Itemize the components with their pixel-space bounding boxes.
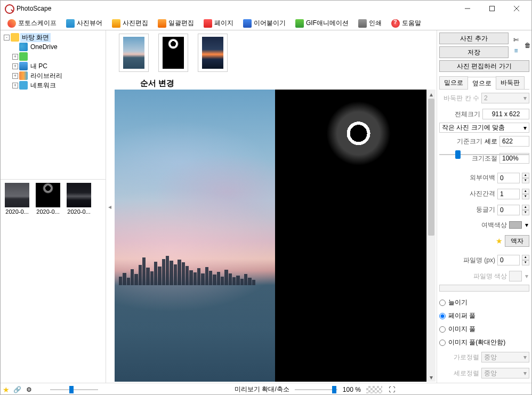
- ic-print-icon: [358, 19, 367, 28]
- add-photo-button[interactable]: 사진 추가: [439, 33, 509, 44]
- image-order-strip[interactable]: [114, 30, 437, 78]
- gap-label: 사진간격: [439, 189, 495, 198]
- radio-stretch[interactable]: 늘이기: [439, 298, 529, 307]
- thumbnail-image: [5, 183, 29, 207]
- thumbnail-label: 2020-0...: [4, 208, 30, 215]
- fit-mode-select[interactable]: 작은 사진 크기에 맞춤▾: [439, 123, 529, 133]
- splitter-handle[interactable]: ◂: [106, 30, 114, 383]
- toolbar-ic-combine[interactable]: 이어붙이기: [238, 17, 291, 30]
- filename-input[interactable]: 0: [497, 255, 520, 265]
- base-size-input[interactable]: 622: [499, 136, 529, 147]
- fit-screen-icon[interactable]: ⛶: [388, 385, 396, 394]
- radio-image-full[interactable]: 이미지 풀: [439, 325, 529, 334]
- favorite-icon[interactable]: ★: [3, 385, 10, 394]
- trash-icon[interactable]: 🗑: [523, 41, 532, 50]
- round-input[interactable]: 0: [497, 205, 520, 215]
- close-button[interactable]: [509, 3, 524, 14]
- ic-page-icon: [204, 19, 212, 28]
- folder-tree[interactable]: -바탕 화면OneDrive++내 PC+라이브러리+네트워크: [1, 30, 106, 180]
- t-user-icon: [19, 52, 28, 61]
- list-mode-icon[interactable]: ≡: [512, 46, 520, 55]
- expand-icon[interactable]: -: [4, 35, 10, 41]
- ic-gif-icon: [295, 19, 304, 28]
- tree-label: 네트워크: [29, 81, 58, 90]
- svg-rect-1: [490, 6, 495, 11]
- strip-thumb[interactable]: [158, 34, 188, 72]
- t-net-icon: [19, 81, 28, 90]
- tree-item[interactable]: +라이브러리: [2, 71, 104, 80]
- vertical-scrollbar[interactable]: ▴ ▾: [426, 90, 436, 382]
- left-slider[interactable]: [50, 385, 98, 394]
- expand-icon[interactable]: +: [12, 83, 18, 88]
- strip-thumb[interactable]: [198, 34, 228, 72]
- gap-spinner[interactable]: ▴▾: [522, 189, 529, 199]
- gap-input[interactable]: 1: [497, 189, 520, 199]
- star-icon[interactable]: ★: [496, 237, 503, 245]
- save-button[interactable]: 저장: [439, 46, 509, 58]
- tree-item[interactable]: +내 PC: [2, 61, 104, 71]
- layout-tab-2[interactable]: 바둑판: [496, 76, 525, 89]
- color-dropdown-icon[interactable]: ▾: [524, 221, 529, 229]
- filename-spinner[interactable]: ▴▾: [522, 255, 529, 265]
- preview-canvas[interactable]: ▴ ▾: [115, 90, 436, 382]
- toolbar-ic-batch[interactable]: 일괄편집: [153, 17, 199, 30]
- preview-pane-2: [275, 90, 436, 382]
- outer-margin-input[interactable]: 0: [497, 173, 520, 183]
- layout-tab-1[interactable]: 옆으로: [467, 77, 496, 90]
- thumbnail-item[interactable]: 2020-0...: [4, 183, 30, 215]
- tree-label: 라이브러리: [29, 71, 64, 80]
- strip-thumb-image: [202, 37, 223, 69]
- outer-margin-spinner[interactable]: ▴▾: [522, 173, 529, 183]
- scroll-up-icon[interactable]: ▴: [427, 90, 436, 99]
- ic-batch-icon: [158, 19, 166, 28]
- round-spinner[interactable]: ▴▾: [522, 205, 529, 215]
- maximize-button[interactable]: [485, 3, 499, 14]
- toolbar-ic-app[interactable]: 포토스케이프: [3, 17, 61, 30]
- filename-color-label: 파일명 색상: [439, 272, 507, 281]
- tree-label: OneDrive: [29, 43, 59, 51]
- valign-label: 세로정렬: [439, 369, 479, 378]
- radio-image-full-no-enlarge[interactable]: 이미지 풀(확대안함): [439, 338, 529, 347]
- t-onedrive-icon: [19, 43, 28, 51]
- tree-item[interactable]: +: [2, 52, 104, 61]
- thumbnail-image: [67, 183, 91, 207]
- valign-select: 중앙▾: [481, 368, 529, 378]
- toolbar-ic-print[interactable]: 인쇄: [353, 17, 386, 30]
- preview-pane-1: [115, 90, 275, 382]
- toolbar-ic-help[interactable]: 도움말: [386, 17, 426, 30]
- scroll-down-icon[interactable]: ▾: [427, 373, 436, 382]
- link-icon[interactable]: 🔗: [13, 385, 21, 394]
- strip-thumb-image: [163, 37, 184, 69]
- tree-item[interactable]: +네트워크: [2, 80, 104, 90]
- toolbar-ic-viewer[interactable]: 사진뷰어: [61, 17, 107, 30]
- scroll-thumb[interactable]: [428, 99, 434, 236]
- expand-icon[interactable]: +: [12, 54, 18, 60]
- toolbar-ic-edit[interactable]: 사진편집: [107, 17, 153, 30]
- tree-item[interactable]: -바탕 화면: [2, 33, 104, 42]
- grid-cols-label: 바둑판 칸 수: [439, 94, 479, 103]
- thumbnail-item[interactable]: 2020-0...: [66, 183, 92, 215]
- expand-icon[interactable]: +: [12, 63, 18, 69]
- layout-tab-0[interactable]: 밑으로: [439, 76, 468, 89]
- layout-tabset: 밑으로옆으로바둑판: [439, 76, 529, 90]
- zoom-slider[interactable]: [295, 385, 337, 394]
- margin-color-swatch[interactable]: [509, 221, 522, 229]
- frame-button[interactable]: 액자: [505, 235, 529, 247]
- expand-icon[interactable]: +: [12, 73, 18, 79]
- t-lib-icon: [19, 71, 28, 80]
- thumbnail-image: [36, 183, 60, 207]
- toolbar-ic-gif[interactable]: GIF애니메이션: [291, 17, 353, 30]
- strip-thumb[interactable]: [119, 34, 149, 72]
- cut-icon[interactable]: ✄: [512, 36, 520, 44]
- transparency-bg-icon[interactable]: [366, 386, 382, 393]
- t-pc-icon: [19, 62, 28, 70]
- toolbar-ic-page[interactable]: 페이지: [199, 17, 238, 30]
- thumbnail-item[interactable]: 2020-0...: [35, 183, 61, 215]
- radio-paper-full[interactable]: 페이퍼 풀: [439, 311, 529, 320]
- thumbnail-list[interactable]: 2020-0...2020-0...2020-0...: [1, 180, 106, 383]
- minimize-button[interactable]: [460, 3, 475, 14]
- goto-editor-button[interactable]: 사진 편집하러 가기: [439, 60, 529, 72]
- settings-icon[interactable]: ⚙: [25, 385, 33, 394]
- resize-label: 크기조절: [439, 154, 497, 163]
- tree-item[interactable]: OneDrive: [2, 42, 104, 52]
